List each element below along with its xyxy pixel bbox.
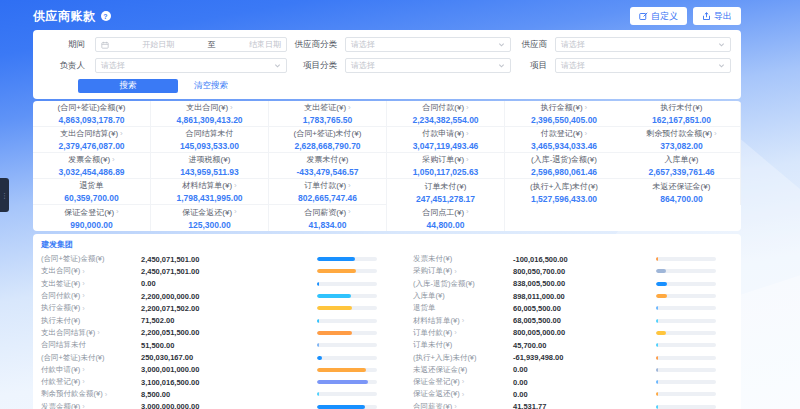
owner-select[interactable]: 请选择 <box>95 58 287 73</box>
metric-bar-fill <box>317 294 351 298</box>
card-label-row: 订单未付(¥) › <box>425 181 467 192</box>
export-button[interactable]: 导出 <box>693 7 741 25</box>
metric-value: 800,005,000.00 <box>513 328 656 337</box>
card-label-row: 支出签证(¥) › <box>304 102 350 113</box>
metric-label: (入库-退货)金额(¥) <box>413 279 475 289</box>
card-label-row: 发票未付(¥) › <box>307 154 349 165</box>
chevron-right-icon: › <box>585 130 588 138</box>
summary-card[interactable]: 付款登记(¥) › 3,465,934,033.46 <box>505 127 623 153</box>
summary-card[interactable]: 发票金额(¥) › 3,032,454,486.89 <box>33 153 151 179</box>
date-range-input[interactable]: 开始日期 至 结束日期 <box>95 37 287 52</box>
help-icon[interactable]: ? <box>101 11 111 21</box>
metric-row: (合同+签证)未付(¥) › 250,030,167.00 <box>41 351 377 363</box>
clear-search-link[interactable]: 清空搜索 <box>194 80 228 92</box>
summary-card[interactable]: 合同薪资(¥) › 41,834.00 <box>269 205 387 231</box>
chevron-right-icon: › <box>234 208 237 216</box>
card-label-row: 合同付款(¥) › <box>422 102 468 113</box>
summary-card[interactable]: 保证金返还(¥) › 125,300.00 <box>151 205 269 231</box>
card-label: 未返还保证金(¥) <box>653 181 711 192</box>
metric-bar <box>317 306 377 310</box>
metric-bar <box>317 319 377 323</box>
card-label: 付款申请(¥) <box>422 128 464 139</box>
card-value: -433,479,546.57 <box>297 167 359 177</box>
project-category-select[interactable]: 请选择 <box>345 58 511 73</box>
metric-bar <box>317 343 377 347</box>
summary-card[interactable]: 支出合同结算(¥) › 2,379,476,087.00 <box>33 127 151 153</box>
card-label-row: 执行未付(¥) › <box>661 102 703 113</box>
metric-label: 发票未付(¥) <box>413 254 452 264</box>
customize-button[interactable]: 自定义 <box>630 7 687 25</box>
metric-bar-fill <box>317 405 365 409</box>
summary-card[interactable]: 支出签证(¥) › 1,783,765.50 <box>269 101 387 127</box>
metric-value: 60,005,500.00 <box>513 304 656 313</box>
card-value: 864,700.00 <box>660 194 703 204</box>
summary-card: (合同+签证)金额(¥) › 4,863,093,178.70 <box>33 101 151 127</box>
metric-value: 51,500.00 <box>141 341 317 350</box>
card-value: 125,300.00 <box>188 220 231 230</box>
summary-card[interactable]: 合同付款(¥) › 2,234,382,554.00 <box>387 101 505 127</box>
card-value: 802,665,747.46 <box>298 193 357 203</box>
metric-bar-fill <box>317 269 356 273</box>
metric-bar-fill <box>656 405 658 409</box>
summary-card: 未返还保证金(¥) › 864,700.00 <box>623 179 741 205</box>
metric-bar-fill <box>656 257 658 261</box>
calendar-icon <box>101 41 109 49</box>
summary-card[interactable]: 执行金额(¥) › 2,396,550,405.00 <box>505 101 623 127</box>
metric-bar-fill <box>656 392 658 396</box>
summary-card[interactable]: 支出合同(¥) › 4,861,309,413.20 <box>151 101 269 127</box>
summary-card[interactable]: 剩余预付款金额(¥) › 373,082.00 <box>623 127 741 153</box>
select-placeholder: 请选择 <box>561 60 585 71</box>
metric-bar <box>317 356 377 360</box>
card-label: 订单付款(¥) <box>304 180 346 191</box>
project-category-label: 项目分类 <box>291 60 337 72</box>
metric-label: 支出合同结算(¥) <box>41 328 95 338</box>
summary-card: (合同+签证)未付(¥) › 2,628,668,790.70 <box>269 127 387 153</box>
metric-row: 订单付款(¥) › 800,005,000.00 <box>413 327 716 339</box>
card-label-row: 保证金返还(¥) › <box>182 207 236 218</box>
card-value: 990,000.00 <box>70 220 113 230</box>
summary-card[interactable]: 保证金登记(¥) › 990,000.00 <box>33 205 151 231</box>
card-value: 247,451,278.17 <box>416 194 475 204</box>
chevron-right-icon: › <box>82 268 85 276</box>
card-label: 支出合同结算(¥) <box>60 128 118 139</box>
metric-row: 合同结算未付 › 51,500.00 <box>41 339 377 351</box>
group-name[interactable]: 建发集团 <box>41 239 733 250</box>
metric-row: 支出合同结算(¥) › 2,200,051,500.00 <box>41 327 377 339</box>
summary-card: 合同结算未付 › 145,093,533.00 <box>151 127 269 153</box>
summary-card[interactable]: 合同点工(¥) › 44,800.00 <box>387 205 505 231</box>
card-label: 付款登记(¥) <box>541 128 583 139</box>
metric-bar <box>656 294 716 298</box>
chevron-right-icon: › <box>97 329 100 337</box>
metric-label: 订单未付(¥) <box>413 340 452 350</box>
project-select[interactable]: 请选择 <box>555 58 731 73</box>
metric-column-right: 发票未付(¥) › -100,016,500.00 采购订单(¥) › 800,… <box>413 253 716 409</box>
summary-card[interactable]: 采购订单(¥) › 1,050,117,025.63 <box>387 153 505 179</box>
card-label: 进项税额(¥) <box>189 154 231 165</box>
chevron-right-icon: › <box>348 208 351 216</box>
metric-bar-fill <box>317 356 322 360</box>
chevron-right-icon: › <box>230 104 233 112</box>
summary-card[interactable]: 订单付款(¥) › 802,665,747.46 <box>269 179 387 205</box>
supplier-category-select[interactable]: 请选择 <box>345 37 511 52</box>
metric-label: 付款登记(¥) <box>41 377 80 387</box>
summary-card[interactable]: 材料结算单(¥) › 1,798,431,995.00 <box>151 179 269 205</box>
card-value: 145,093,533.00 <box>180 141 239 151</box>
chevron-right-icon: › <box>116 208 119 216</box>
metric-bar <box>656 319 716 323</box>
sidebar-collapse-handle[interactable]: ⋮ <box>0 178 9 212</box>
search-button[interactable]: 搜索 <box>78 79 178 93</box>
metric-row: 发票未付(¥) › -100,016,500.00 <box>413 253 716 265</box>
metric-bar <box>317 294 377 298</box>
metric-value: 0.00 <box>513 365 656 374</box>
summary-card[interactable]: 付款申请(¥) › 3,047,119,493.46 <box>387 127 505 153</box>
metric-bar <box>656 356 716 360</box>
chevron-right-icon: › <box>348 104 351 112</box>
metric-row: 付款申请(¥) › 3,000,001,000.00 <box>41 364 377 376</box>
metric-value: 0.00 <box>513 378 656 387</box>
summary-card: 退货单 › 60,359,700.00 <box>33 179 151 205</box>
filter-panel: 期间 开始日期 至 结束日期 供应商分类 请选择 供应商 请选择 负责人 请选择 <box>33 30 741 99</box>
start-date-placeholder: 开始日期 <box>142 39 174 50</box>
supplier-select[interactable]: 请选择 <box>555 37 731 52</box>
metric-label: 退货单 <box>413 303 436 313</box>
metric-bar-fill <box>317 331 352 335</box>
